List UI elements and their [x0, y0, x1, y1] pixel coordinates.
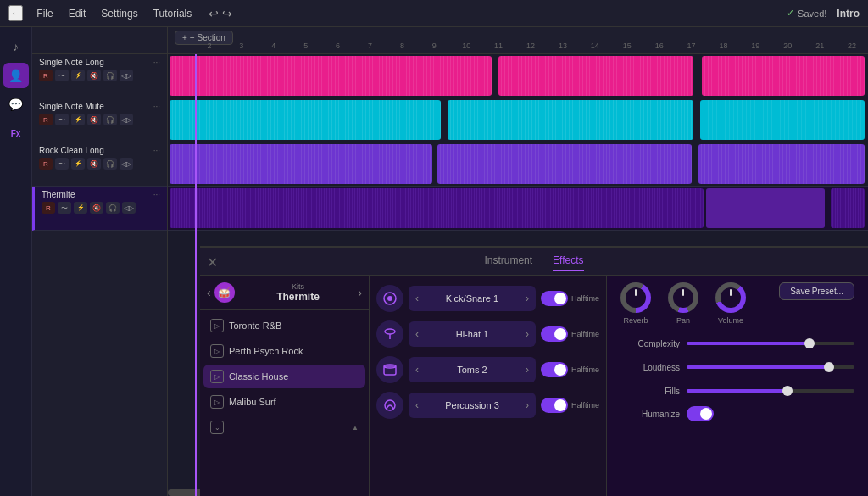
- clip-purple-2[interactable]: [437, 144, 692, 184]
- hihat-icon[interactable]: [376, 320, 403, 348]
- track-lane-pink[interactable]: [168, 54, 868, 98]
- track-wave-btn[interactable]: 〜: [58, 202, 71, 214]
- slider-loudness-thumb[interactable]: [824, 362, 834, 372]
- track-volume-btn[interactable]: ◁▷: [120, 114, 133, 125]
- hihat-prev-button[interactable]: ‹: [409, 328, 426, 340]
- track-record-btn[interactable]: R: [39, 114, 53, 125]
- track-mute-btn[interactable]: 🔇: [90, 202, 103, 214]
- sidebar-icon-music[interactable]: ♪: [3, 34, 29, 59]
- track-mute-btn[interactable]: 🔇: [87, 114, 101, 125]
- track-more-icon[interactable]: ···: [153, 190, 160, 199]
- undo-button[interactable]: ↩: [209, 7, 219, 20]
- menu-file[interactable]: File: [30, 6, 59, 21]
- clip-pink-2[interactable]: [498, 56, 693, 96]
- slider-complexity-track[interactable]: [687, 342, 854, 345]
- percussion-prev-button[interactable]: ‹: [409, 399, 426, 411]
- track-midi-btn[interactable]: ⚡: [71, 114, 85, 125]
- reverb-knob[interactable]: [620, 282, 651, 313]
- clip-purple-1[interactable]: [170, 144, 432, 184]
- track-headphone-btn[interactable]: 🎧: [103, 114, 117, 125]
- tab-instrument[interactable]: Instrument: [484, 254, 532, 271]
- preset-item-perth[interactable]: ▷ Perth Psych Rock: [203, 339, 365, 363]
- menu-settings[interactable]: Settings: [94, 6, 144, 21]
- track-midi-btn[interactable]: ⚡: [71, 158, 85, 170]
- preset-next-button[interactable]: ›: [358, 286, 362, 299]
- kick-icon[interactable]: [376, 285, 403, 312]
- volume-knob[interactable]: [715, 282, 746, 313]
- clip-purple-3[interactable]: [698, 144, 865, 184]
- halftime-switch-toms[interactable]: [541, 362, 568, 377]
- play-icon[interactable]: ▷: [210, 370, 224, 383]
- percussion-icon[interactable]: [376, 392, 403, 419]
- track-headphone-btn[interactable]: 🎧: [103, 70, 117, 81]
- play-icon[interactable]: ▷: [210, 344, 224, 358]
- track-volume-btn[interactable]: ◁▷: [120, 70, 133, 81]
- track-lane-dark-purple[interactable]: [168, 187, 868, 231]
- clip-teal-1[interactable]: [170, 100, 441, 140]
- sidebar-icon-fx[interactable]: Fx: [3, 120, 29, 146]
- redo-button[interactable]: ↪: [222, 7, 232, 20]
- tab-effects[interactable]: Effects: [553, 254, 583, 271]
- track-lane-teal[interactable]: [168, 98, 868, 142]
- sidebar-icon-chat[interactable]: 💬: [3, 92, 29, 117]
- track-volume-btn[interactable]: ◁▷: [120, 158, 133, 170]
- toms-icon[interactable]: [376, 356, 403, 383]
- track-mute-btn[interactable]: 🔇: [87, 158, 101, 170]
- menu-tutorials[interactable]: Tutorials: [147, 6, 199, 21]
- clip-dp-1[interactable]: [170, 188, 704, 228]
- track-wave-btn[interactable]: 〜: [55, 114, 69, 125]
- kick-next-button[interactable]: ›: [519, 293, 536, 304]
- toms-next-button[interactable]: ›: [519, 364, 536, 376]
- preset-prev-button[interactable]: ‹: [207, 286, 211, 299]
- track-mute-btn[interactable]: 🔇: [87, 70, 101, 81]
- preset-item-more[interactable]: ⌄ ▲: [203, 415, 365, 439]
- play-icon[interactable]: ▷: [210, 395, 224, 409]
- track-wave-btn[interactable]: 〜: [55, 70, 69, 81]
- drum-nav-percussion: ‹ Percussion 3 ›: [409, 393, 536, 418]
- preset-item-toronto[interactable]: ▷ Toronto R&B: [203, 314, 365, 337]
- kick-prev-button[interactable]: ‹: [409, 293, 426, 304]
- percussion-next-button[interactable]: ›: [519, 399, 536, 411]
- hihat-next-button[interactable]: ›: [519, 328, 536, 340]
- menu-edit[interactable]: Edit: [62, 6, 93, 21]
- pan-knob[interactable]: [668, 282, 698, 313]
- clip-dp-2[interactable]: [706, 188, 825, 228]
- preset-item-malibu[interactable]: ▷ Malibu Surf: [203, 390, 365, 414]
- track-headphone-btn[interactable]: 🎧: [103, 158, 117, 170]
- halftime-switch-kick[interactable]: [541, 291, 568, 306]
- track-lane-purple[interactable]: [168, 142, 868, 187]
- humanize-toggle[interactable]: [687, 406, 714, 421]
- slider-loudness-track[interactable]: [687, 365, 854, 369]
- slider-fills-track[interactable]: [687, 389, 854, 393]
- track-more-icon[interactable]: ···: [153, 146, 160, 155]
- track-record-btn[interactable]: R: [39, 158, 53, 170]
- knob-pan: Pan: [668, 282, 698, 325]
- clip-teal-2[interactable]: [448, 100, 693, 140]
- track-record-btn[interactable]: R: [42, 202, 55, 214]
- down-icon[interactable]: ⌄: [210, 421, 224, 434]
- slider-complexity-thumb[interactable]: [804, 338, 815, 348]
- halftime-switch-hihat[interactable]: [541, 326, 568, 342]
- back-button[interactable]: ←: [8, 5, 23, 21]
- play-icon[interactable]: ▷: [210, 319, 224, 332]
- track-midi-btn[interactable]: ⚡: [74, 202, 87, 214]
- preset-item-classic[interactable]: ▷ Classic House: [203, 365, 365, 388]
- track-wave-btn[interactable]: 〜: [55, 158, 69, 170]
- track-volume-btn[interactable]: ◁▷: [122, 202, 136, 214]
- track-more-icon[interactable]: ···: [153, 102, 160, 111]
- save-preset-button[interactable]: Save Preset...: [779, 282, 854, 300]
- clip-dp-3[interactable]: [831, 188, 865, 228]
- close-panel-button[interactable]: ✕: [207, 254, 218, 270]
- track-headphone-btn[interactable]: 🎧: [106, 202, 120, 214]
- clip-pink-3[interactable]: [702, 56, 865, 96]
- clip-teal-3[interactable]: [700, 100, 865, 140]
- track-midi-btn[interactable]: ⚡: [71, 70, 85, 81]
- toms-prev-button[interactable]: ‹: [409, 364, 426, 376]
- halftime-switch-percussion[interactable]: [541, 398, 568, 413]
- track-record-btn[interactable]: R: [39, 70, 53, 81]
- clip-pink-1[interactable]: [170, 56, 492, 96]
- slider-fills-thumb[interactable]: [782, 386, 793, 396]
- sidebar-icon-people[interactable]: 👤: [3, 63, 29, 88]
- top-bar: ← File Edit Settings Tutorials ↩ ↪ ✓ Sav…: [0, 0, 868, 27]
- track-more-icon[interactable]: ···: [153, 58, 160, 67]
